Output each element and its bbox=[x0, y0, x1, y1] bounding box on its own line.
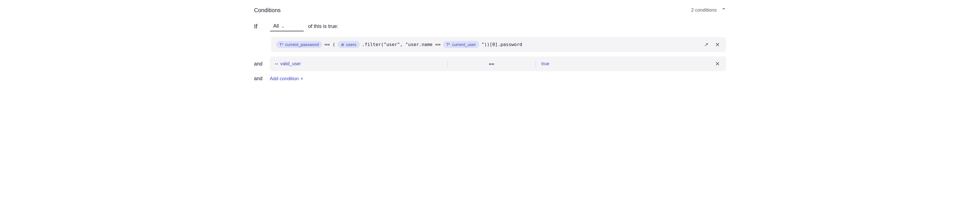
of-this-true-label: of this is true: bbox=[308, 23, 339, 29]
true-label: true bbox=[542, 61, 549, 66]
users-pill[interactable]: ⊕ users bbox=[337, 41, 360, 48]
var-type-icon-2: Tᵇ bbox=[446, 42, 450, 47]
expr-equals-open: == ( bbox=[324, 42, 335, 47]
condition-row-complex: Tᵇ current_password == ( ⊕ users .filter… bbox=[271, 37, 726, 52]
divider-2 bbox=[536, 61, 536, 67]
valid-user-cell[interactable]: ∙∙ valid_user bbox=[275, 61, 446, 67]
if-label: If bbox=[254, 23, 266, 30]
and-label-1: and bbox=[254, 61, 266, 67]
dropdown-chevron-icon: ⌄ bbox=[281, 24, 285, 29]
operator-label: == bbox=[489, 61, 494, 67]
add-condition-button[interactable]: Add condition + bbox=[270, 76, 304, 82]
current-user-label: current_user bbox=[452, 42, 476, 47]
operator-cell[interactable]: == bbox=[449, 61, 535, 67]
add-condition-label: Add condition bbox=[270, 76, 299, 82]
close-button-1[interactable]: ✕ bbox=[714, 41, 721, 48]
current-password-label: current_password bbox=[285, 42, 319, 47]
condition-block-1: Tᵇ current_password == ( ⊕ users .filter… bbox=[271, 37, 726, 52]
valid-user-label: valid_user bbox=[280, 61, 301, 66]
expand-button[interactable]: ↗ bbox=[702, 42, 711, 48]
users-label: users bbox=[346, 42, 356, 47]
conditions-count: 2 conditions bbox=[691, 7, 717, 13]
condition-row-simple: ∙∙ valid_user == true ✕ bbox=[270, 56, 726, 71]
current-password-pill[interactable]: Tᵇ current_password bbox=[276, 41, 322, 48]
infinity-icon: ∙∙ bbox=[275, 61, 278, 67]
close-button-2[interactable]: ✕ bbox=[714, 61, 721, 67]
and-label-2: and bbox=[254, 76, 266, 82]
collapse-button[interactable]: ⌃ bbox=[721, 7, 726, 14]
globe-icon: ⊕ bbox=[341, 42, 344, 47]
all-label: All bbox=[273, 23, 279, 29]
all-dropdown[interactable]: All ⌄ bbox=[270, 21, 304, 31]
divider-1 bbox=[447, 61, 448, 67]
if-row: If All ⌄ of this is true: bbox=[254, 21, 726, 31]
conditions-header: Conditions 2 conditions ⌃ bbox=[254, 7, 726, 14]
add-condition-plus-icon: + bbox=[301, 76, 304, 82]
header-right: 2 conditions ⌃ bbox=[691, 7, 726, 14]
and-row-1: and ∙∙ valid_user == true ✕ bbox=[254, 56, 726, 71]
add-condition-row: and Add condition + bbox=[254, 76, 726, 82]
current-user-pill[interactable]: Tᵇ current_user bbox=[443, 41, 479, 48]
expr-filter-text: .filter("user", "user.name == bbox=[362, 42, 441, 47]
var-type-icon: Tᵇ bbox=[280, 42, 284, 47]
conditions-title: Conditions bbox=[254, 7, 281, 14]
true-value-cell[interactable]: true bbox=[537, 61, 713, 66]
expr-close-text: "))[0].password bbox=[482, 42, 522, 47]
